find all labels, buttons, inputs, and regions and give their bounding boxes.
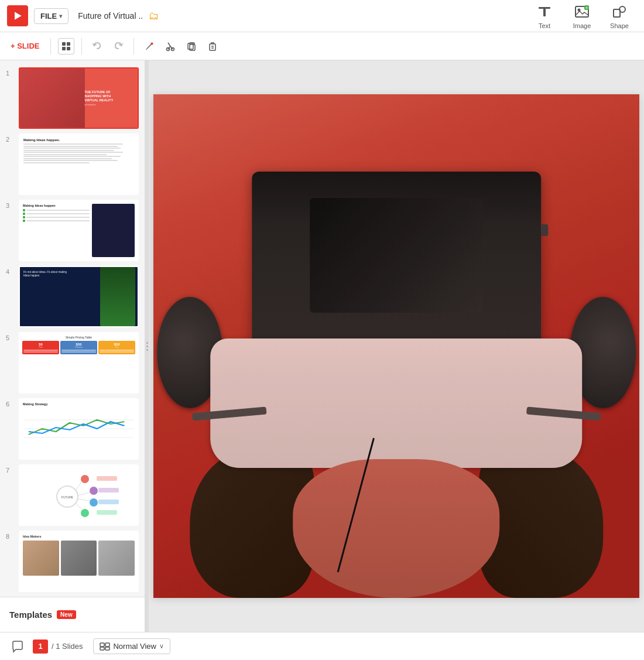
current-slide-number: 1 [33, 640, 48, 654]
file-menu-button[interactable]: FILE ▾ [34, 8, 68, 24]
slide-canvas[interactable] [153, 94, 639, 598]
layout-button[interactable] [58, 38, 74, 54]
svg-rect-36 [98, 500, 119, 504]
comment-button[interactable] [8, 637, 27, 656]
thumb-5-col-3: $30 Pro [98, 341, 135, 354]
add-slide-button[interactable]: + SLIDE [7, 39, 43, 53]
slides-list: 1 THE FUTURE OFSHOPPING WITHVIRTUAL REAL… [0, 60, 145, 597]
thumb-8-img-2 [61, 541, 97, 576]
slide-item-6[interactable]: 6 Making Strategy [6, 398, 139, 460]
slide-item-8[interactable]: 8 Idea Makers [6, 531, 139, 592]
svg-line-33 [76, 504, 82, 509]
slide-item-1[interactable]: 1 THE FUTURE OFSHOPPING WITHVIRTUAL REAL… [6, 67, 139, 129]
svg-rect-12 [67, 47, 70, 50]
slide-thumb-1[interactable]: THE FUTURE OFSHOPPING WITHVIRTUAL REALIT… [19, 67, 139, 129]
thumb-2-lines [23, 143, 134, 163]
thumb-3-right-image [92, 204, 135, 257]
view-mode-chevron: ∨ [159, 642, 164, 650]
svg-point-26 [81, 475, 89, 483]
thumb-3-rows [23, 209, 90, 222]
thumb-8-img-3 [98, 541, 135, 576]
svg-rect-11 [62, 47, 66, 50]
templates-label: Templates [9, 610, 52, 620]
svg-line-32 [77, 499, 90, 501]
svg-rect-2 [543, 7, 546, 16]
templates-new-badge: New [57, 610, 76, 619]
slide-item-7[interactable]: 7 FUTURE [6, 464, 139, 526]
thumb-1-bg-image [20, 69, 85, 128]
thumb-1-subtitle: presentation [85, 104, 135, 106]
thumb-8-title: Idea Makers [23, 535, 135, 538]
svg-rect-40 [100, 647, 104, 650]
insert-shape-button[interactable]: Shape [602, 0, 637, 32]
view-mode-label: Normal View [113, 642, 156, 651]
slide-nav: 1 / 1 Slides [33, 640, 83, 654]
insert-text-button[interactable]: Text [527, 0, 562, 32]
resize-dot-3 [146, 349, 148, 351]
slide-item-4[interactable]: 4 It's not about ideas. It's about makin… [6, 266, 139, 327]
slide-thumb-inner-1: THE FUTURE OFSHOPPING WITHVIRTUAL REALIT… [20, 69, 138, 128]
vr-image-fill [153, 94, 639, 598]
resize-dots [146, 342, 148, 351]
folder-icon[interactable]: 🗂 [149, 10, 159, 22]
svg-rect-37 [97, 510, 117, 515]
thumb-6-chart [23, 408, 135, 440]
thumb-5-col-2: $30 Premium [60, 341, 97, 354]
text-icon [535, 2, 554, 21]
logo-button[interactable] [7, 5, 28, 26]
svg-text:+: + [585, 6, 588, 10]
svg-rect-10 [67, 42, 70, 46]
slide-number-7: 7 [6, 467, 14, 474]
svg-rect-34 [97, 476, 117, 481]
shape-icon [610, 2, 629, 21]
slide-item-3[interactable]: 3 Making Ideas happen [6, 200, 139, 261]
second-toolbar: + SLIDE [0, 32, 644, 60]
resize-dot-2 [146, 346, 148, 347]
slide-number-3: 3 [6, 202, 14, 209]
slide-number-2: 2 [6, 136, 14, 143]
templates-footer[interactable]: Templates New [0, 597, 145, 632]
slide-number-6: 6 [6, 401, 14, 408]
svg-rect-18 [210, 44, 215, 50]
undo-button[interactable] [89, 38, 105, 54]
redo-button[interactable] [110, 38, 126, 54]
view-mode-button[interactable]: Normal View ∨ [93, 638, 170, 654]
slide-number-8: 8 [6, 533, 14, 540]
svg-text:FUTURE: FUTURE [61, 495, 73, 499]
slide-number-4: 4 [6, 268, 14, 275]
paintbrush-button[interactable] [141, 38, 157, 54]
slide-thumb-7[interactable]: FUTURE [19, 464, 139, 526]
canvas-area[interactable] [149, 60, 644, 632]
svg-rect-35 [98, 488, 119, 493]
insert-image-button[interactable]: + Image [564, 0, 600, 32]
slide-thumb-3[interactable]: Making Ideas happen [19, 200, 139, 261]
presentation-title[interactable]: Future of Virtual .. [78, 11, 143, 20]
slide-item-5[interactable]: 5 Simple Pricing Table $0 Free $30 [6, 332, 139, 394]
file-chevron: ▾ [59, 13, 62, 19]
thumb-5-col-1: $0 Free [22, 341, 59, 354]
divider-2 [81, 38, 82, 54]
cut-button[interactable] [162, 38, 179, 54]
image-icon: + [573, 2, 591, 21]
svg-line-31 [77, 493, 90, 495]
svg-rect-41 [105, 647, 109, 650]
thumb-1-title: THE FUTURE OFSHOPPING WITHVIRTUAL REALIT… [85, 90, 135, 102]
slide-thumb-4[interactable]: It's not about ideas. It's about making … [19, 266, 139, 327]
thumb-2-title: Making Ideas happen. [23, 138, 134, 142]
slide-thumb-2[interactable]: Making Ideas happen. [19, 134, 139, 195]
slide-thumb-6[interactable]: Making Strategy [19, 398, 139, 460]
paste-button[interactable] [204, 38, 221, 54]
slide-thumb-inner-7: FUTURE [20, 466, 138, 525]
slide-item-2[interactable]: 2 Making Ideas happen. [6, 134, 139, 195]
thumb-5-label-1: Free [23, 346, 58, 348]
thumb-5-label-2: Premium [61, 346, 96, 348]
slide-thumb-5[interactable]: Simple Pricing Table $0 Free $30 Premium [19, 332, 139, 394]
slide-thumb-inner-5: Simple Pricing Table $0 Free $30 Premium [20, 333, 138, 392]
copy-button[interactable] [183, 38, 200, 54]
thumb-3-left: Making Ideas happen [23, 204, 90, 257]
slide-number-1: 1 [6, 70, 14, 77]
thumb-8-img-1 [23, 541, 59, 576]
divider-3 [133, 38, 134, 54]
slide-thumb-8[interactable]: Idea Makers [19, 531, 139, 592]
svg-line-30 [76, 481, 82, 490]
